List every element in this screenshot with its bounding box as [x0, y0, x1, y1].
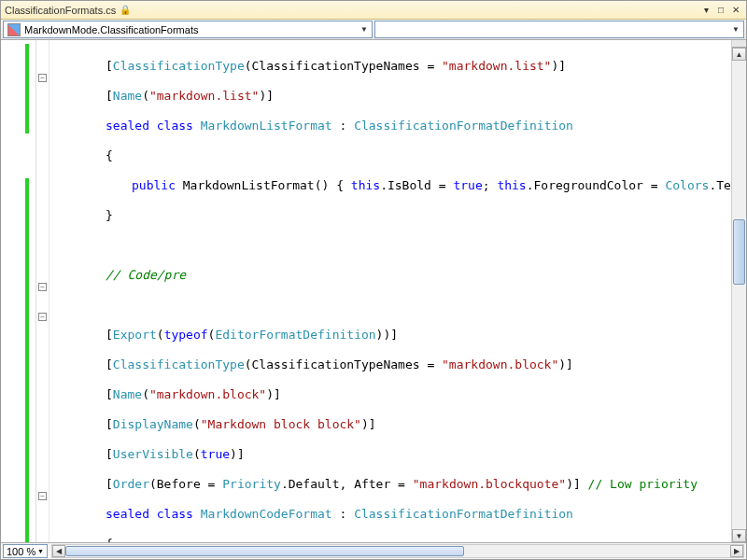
vertical-scrollbar[interactable]: ▲ ▼: [731, 40, 746, 542]
chevron-down-icon: ▼: [732, 25, 740, 34]
splitter-handle[interactable]: [732, 40, 746, 48]
dropdown-icon[interactable]: ▾: [699, 4, 712, 17]
horizontal-scrollbar[interactable]: ◀ ▶: [51, 544, 744, 558]
navigation-bar: MarkdownMode.ClassificationFormats ▼ ▼: [1, 20, 746, 40]
close-icon[interactable]: ✕: [729, 4, 742, 17]
fold-toggle[interactable]: −: [38, 313, 47, 321]
type-dropdown-text: MarkdownMode.ClassificationFormats: [24, 24, 198, 35]
fold-toggle[interactable]: −: [38, 283, 47, 291]
lock-icon: 🔒: [120, 5, 131, 15]
class-icon: [7, 23, 21, 36]
scrollbar-track[interactable]: [732, 61, 746, 529]
change-indicator: [25, 178, 29, 447]
chevron-down-icon: ▼: [37, 548, 44, 554]
document-tab[interactable]: ClassificationFormats.cs 🔒: [5, 5, 131, 16]
editor-area: − − − − [ClassificationType(Classificati…: [1, 40, 746, 542]
fold-toggle[interactable]: −: [38, 492, 47, 500]
chevron-down-icon: ▼: [360, 25, 368, 34]
scrollbar-thumb[interactable]: [733, 219, 745, 285]
scroll-down-button[interactable]: ▼: [732, 529, 746, 542]
zoom-value: 100 %: [7, 546, 35, 557]
change-indicator: [25, 447, 29, 542]
indicator-margin: [1, 40, 36, 542]
change-indicator: [25, 44, 29, 133]
window-controls: ▾ □ ✕: [699, 4, 742, 17]
code-editor[interactable]: [ClassificationType(ClassificationTypeNa…: [49, 40, 731, 542]
scroll-right-button[interactable]: ▶: [730, 545, 743, 557]
scroll-up-button[interactable]: ▲: [732, 48, 746, 61]
outlining-margin: − − − −: [36, 40, 49, 542]
fold-toggle[interactable]: −: [38, 74, 47, 82]
zoom-dropdown[interactable]: 100 % ▼: [3, 544, 48, 558]
bottom-bar: 100 % ▼ ◀ ▶: [1, 542, 746, 559]
hscroll-track[interactable]: [65, 545, 730, 557]
document-tab-bar: ClassificationFormats.cs 🔒 ▾ □ ✕: [1, 1, 746, 20]
scroll-left-button[interactable]: ◀: [52, 545, 65, 557]
member-dropdown[interactable]: ▼: [374, 21, 744, 38]
maximize-icon[interactable]: □: [714, 4, 727, 17]
hscroll-thumb[interactable]: [65, 546, 464, 556]
type-dropdown[interactable]: MarkdownMode.ClassificationFormats ▼: [3, 21, 373, 38]
editor-window: ClassificationFormats.cs 🔒 ▾ □ ✕ Markdow…: [0, 0, 747, 560]
tab-filename: ClassificationFormats.cs: [5, 5, 116, 16]
